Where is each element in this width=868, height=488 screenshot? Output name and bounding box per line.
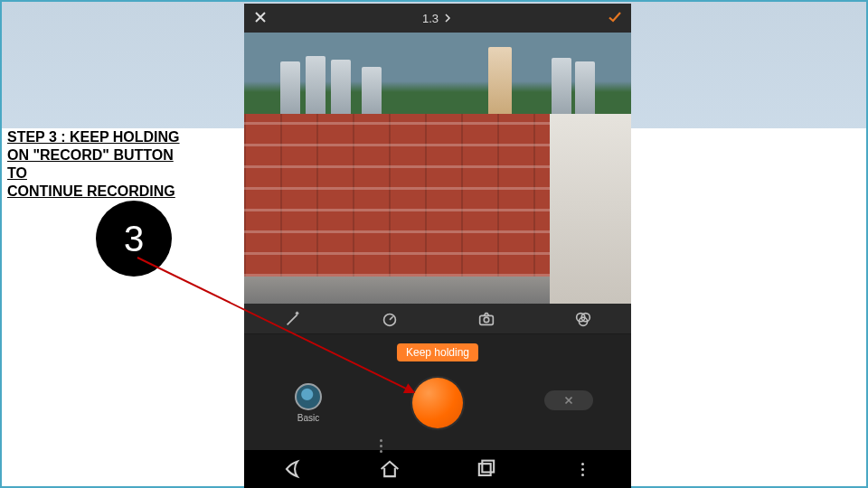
svg-rect-6 (478, 464, 490, 475)
recent-apps-button[interactable] (474, 456, 499, 482)
slide: STEP 3 : KEEP HOLDING ON "RECORD" BUTTON… (0, 0, 868, 488)
camera-flip-icon[interactable] (476, 309, 496, 329)
background-buildings (280, 42, 606, 114)
close-icon[interactable] (253, 10, 268, 27)
speed-icon[interactable] (380, 309, 400, 329)
android-nav-bar (244, 450, 631, 488)
wand-icon[interactable] (283, 309, 303, 329)
camera-top-bar: 1.3 (244, 4, 631, 33)
vertical-dots-icon (581, 463, 584, 476)
nearby-building (550, 114, 631, 304)
zoom-value: 1.3 (422, 12, 439, 25)
record-button[interactable] (412, 378, 463, 428)
chevron-right-icon (442, 13, 453, 23)
home-button[interactable] (377, 456, 402, 482)
mode-chip-label: Basic (295, 413, 322, 423)
svg-point-0 (383, 314, 395, 325)
mode-chip-thumb (295, 383, 322, 410)
mode-chip[interactable]: Basic (295, 383, 322, 423)
camera-tool-row (244, 304, 631, 334)
camera-controls: Keep holding Basic (244, 334, 631, 450)
zoom-indicator[interactable]: 1.3 (422, 12, 453, 25)
close-icon (562, 394, 575, 407)
step-instruction-text: STEP 3 : KEEP HOLDING ON "RECORD" BUTTON… (7, 128, 197, 201)
filter-icon[interactable] (573, 309, 593, 329)
keep-holding-tooltip: Keep holding (397, 343, 478, 361)
delete-clip-button[interactable] (544, 390, 593, 410)
camera-viewfinder[interactable] (244, 33, 631, 304)
svg-rect-7 (482, 461, 494, 473)
step-number-badge: 3 (96, 201, 172, 277)
confirm-icon[interactable] (608, 10, 622, 27)
phone-screenshot: 1.3 (244, 4, 631, 488)
svg-point-2 (484, 317, 489, 323)
menu-button[interactable] (571, 456, 596, 482)
more-modes-icon[interactable] (380, 439, 382, 453)
back-button[interactable] (280, 456, 306, 482)
